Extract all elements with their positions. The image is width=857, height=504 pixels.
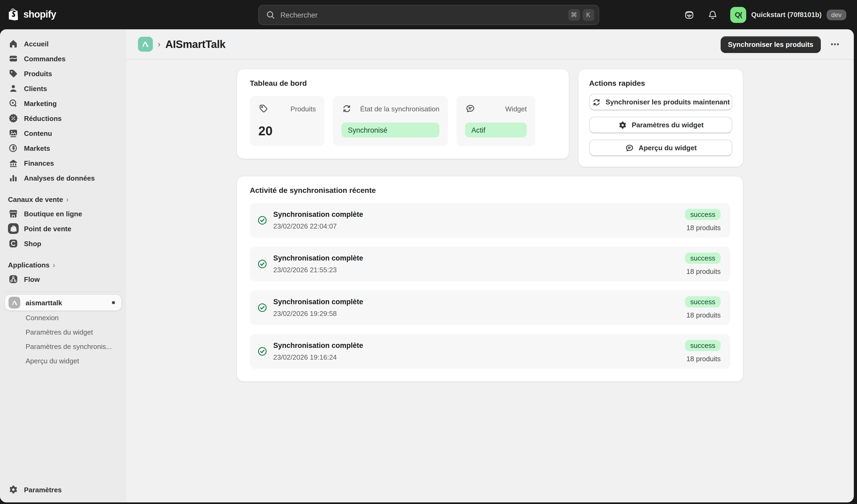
dashboard-card: Tableau de bord Produits 20 (237, 69, 569, 159)
active-dot (112, 301, 115, 304)
global-search-bar[interactable]: ⌘ K (258, 5, 599, 25)
check-circle-icon (257, 215, 268, 226)
markets-globe-icon (8, 143, 19, 153)
sidebar-footer: Paramètres (0, 482, 126, 497)
sync-arrows-icon (341, 103, 352, 114)
check-circle-icon (257, 302, 268, 313)
sync-status-badge: Synchronisé (341, 122, 439, 137)
main-area: › AISmartTalk Synchroniser les produits … (126, 29, 854, 502)
kbd-k: K (583, 9, 594, 21)
topbar: shopify ⌘ K (0, 0, 857, 29)
shopify-logo[interactable]: shopify (9, 8, 56, 21)
sync-activity-card: Activité de synchronisation récente Sync… (237, 177, 743, 382)
sync-event-title: Synchronisation complète (273, 211, 363, 218)
aismarttalk-app-icon (9, 297, 20, 308)
page-title: AISmartTalk (165, 38, 225, 50)
sync-event-timestamp: 23/02/2026 21:55:23 (273, 266, 363, 274)
sidebar-item-accueil[interactable]: Accueil (0, 36, 126, 51)
stat-widget: Widget Actif (456, 96, 535, 146)
section-canaux-de-vente[interactable]: Canaux de vente › (0, 192, 126, 206)
flow-app-icon (8, 274, 19, 285)
quick-actions-title: Actions rapides (589, 79, 733, 87)
stat-products: Produits 20 (250, 96, 324, 146)
dev-badge: dev (826, 9, 846, 20)
notifications-bell-button[interactable] (704, 5, 722, 24)
sync-activity-row: Synchronisation complète 23/02/2026 19:2… (250, 290, 730, 325)
success-badge: success (685, 253, 721, 264)
sidebar-item-produits[interactable]: Produits (0, 66, 126, 81)
search-icon (265, 10, 276, 20)
products-synced-count: 18 produits (686, 224, 721, 232)
stat-label: État de la synchronisation (360, 105, 439, 113)
content-frame: Accueil Commandes Produits Clients Marke… (0, 29, 854, 502)
sync-event-title: Synchronisation complète (273, 298, 363, 306)
sync-event-timestamp: 23/02/2026 19:29:58 (273, 309, 363, 318)
sidebar-subitem-apercu-widget[interactable]: Aperçu du widget (0, 354, 126, 368)
marketing-target-icon (8, 98, 19, 109)
kbd-cmd: ⌘ (568, 9, 580, 21)
sidebar-item-clients[interactable]: Clients (0, 81, 126, 96)
sync-now-button[interactable]: Synchroniser les produits maintenant (589, 94, 733, 110)
widget-status-badge: Actif (465, 122, 527, 137)
sidebar-item-flow[interactable]: Flow (0, 272, 126, 287)
sync-activity-row: Synchronisation complète 23/02/2026 19:1… (250, 334, 730, 369)
store-name: Quickstart (70f8101b) (751, 11, 822, 19)
persona-button[interactable] (680, 5, 699, 24)
sidebar-item-parametres[interactable]: Paramètres (0, 482, 126, 497)
sidebar-item-aismarttalk-active[interactable]: aismarttalk (5, 295, 121, 310)
content-image-icon (8, 128, 19, 138)
widget-settings-button[interactable]: Paramètres du widget (589, 117, 733, 133)
widget-preview-button[interactable]: Aperçu du widget (589, 139, 733, 156)
header-actions: Synchroniser les produits ⋯ (720, 36, 842, 52)
orders-icon (8, 53, 19, 64)
chat-bubble-icon (465, 103, 476, 114)
search-input[interactable] (281, 11, 566, 19)
store-switcher[interactable]: Q( Quickstart (70f8101b) dev (727, 4, 850, 25)
sidebar-item-reductions[interactable]: Réductions (0, 111, 126, 126)
home-icon (8, 38, 19, 49)
shopify-bag-icon (9, 8, 20, 21)
chevron-right-icon: › (53, 261, 55, 269)
sidebar-item-marketing[interactable]: Marketing (0, 96, 126, 111)
dashboard-card-title: Tableau de bord (250, 79, 556, 87)
shopify-admin-screen: shopify ⌘ K (0, 0, 857, 504)
bank-icon (8, 158, 19, 168)
sidebar-subitem-parametres-synchro[interactable]: Paramètres de synchronis... (0, 339, 126, 354)
check-circle-icon (257, 258, 268, 270)
chevron-right-icon: › (66, 195, 69, 203)
sidebar-item-markets[interactable]: Markets (0, 141, 126, 155)
sidebar-item-boutique-en-ligne[interactable]: Boutique en ligne (0, 206, 126, 221)
page-header: › AISmartTalk Synchroniser les produits … (126, 29, 854, 60)
success-badge: success (685, 296, 721, 307)
sidebar-item-point-de-vente[interactable]: Point de vente (0, 221, 126, 236)
discount-icon (8, 113, 19, 123)
sidebar-item-contenu[interactable]: Contenu (0, 126, 126, 141)
sync-activity-row: Synchronisation complète 23/02/2026 22:0… (250, 203, 730, 238)
products-synced-count: 18 produits (686, 355, 721, 363)
person-icon (8, 83, 19, 94)
products-count: 20 (258, 123, 316, 138)
tag-icon (8, 68, 19, 79)
more-actions-button[interactable]: ⋯ (828, 36, 842, 52)
sync-event-timestamp: 23/02/2026 22:04:07 (273, 222, 363, 230)
sidebar-item-commandes[interactable]: Commandes (0, 51, 126, 66)
sync-activity-list: Synchronisation complète 23/02/2026 22:0… (250, 203, 730, 369)
gear-icon (618, 120, 627, 130)
store-avatar: Q( (730, 7, 746, 23)
sidebar-item-finances[interactable]: Finances (0, 155, 126, 170)
sidebar-subitem-connexion[interactable]: Connexion (0, 310, 126, 325)
breadcrumb-chevron-icon: › (158, 39, 161, 49)
sidebar-item-analyses[interactable]: Analyses de données (0, 170, 126, 185)
sync-event-title: Synchronisation complète (273, 341, 363, 350)
stat-sync-status: État de la synchronisation Synchronisé (333, 96, 448, 146)
chat-bubble-icon (625, 143, 634, 153)
sync-event-title: Synchronisation complète (273, 254, 363, 262)
sync-event-timestamp: 23/02/2026 19:16:24 (273, 353, 363, 361)
gear-icon (8, 484, 19, 495)
sync-products-button[interactable]: Synchroniser les produits (720, 36, 821, 52)
section-applications[interactable]: Applications › (0, 258, 126, 272)
sidebar-item-shop[interactable]: Shop (0, 236, 126, 251)
aismarttalk-breadcrumb-icon (138, 37, 153, 52)
sidebar-subitem-parametres-widget[interactable]: Paramètres du widget (0, 325, 126, 339)
quick-actions-card: Actions rapides Synchroniser les produit… (578, 69, 743, 167)
